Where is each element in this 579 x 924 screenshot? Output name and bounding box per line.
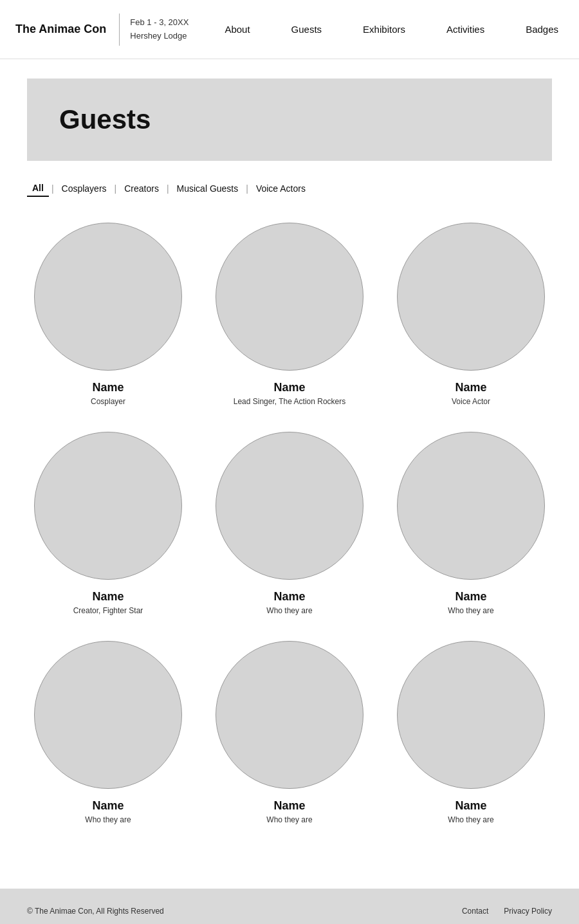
guest-avatar [216,223,363,371]
guest-role: Voice Actor [452,397,490,406]
guest-role: Lead Singer, The Action Rockers [234,397,346,406]
guest-card[interactable]: NameWho they are [27,641,189,824]
guest-name: Name [455,381,486,394]
nav-activities[interactable]: Activities [441,21,490,37]
guest-name: Name [92,799,124,813]
guests-grid: NameCosplayerNameLead Singer, The Action… [0,216,579,863]
guest-name: Name [455,799,486,813]
event-date: Feb 1 - 3, 20XX [130,16,188,30]
guest-avatar [216,432,363,580]
guest-name: Name [273,799,305,813]
filter-all[interactable]: All [27,180,49,197]
filter-bar: All | Cosplayers | Creators | Musical Gu… [0,180,579,197]
guest-avatar [34,641,182,789]
guest-role: Who they are [448,606,493,615]
header: The Animae Con Feb 1 - 3, 20XX Hershey L… [0,0,579,59]
guest-avatar [34,432,182,580]
filter-voice-actors[interactable]: Voice Actors [251,181,311,196]
guest-card[interactable]: NameVoice Actor [390,223,552,406]
footer-contact[interactable]: Contact [462,907,488,916]
nav-guests[interactable]: Guests [286,21,327,37]
guest-avatar [397,223,545,371]
main-nav: About Guests Exhibitors Activities Badge… [204,21,579,37]
guest-role: Who they are [266,815,312,824]
guest-card[interactable]: NameWho they are [390,641,552,824]
guest-name: Name [273,381,305,394]
footer: © The Animae Con, All Rights Reserved Co… [0,889,579,924]
guest-card[interactable]: NameLead Singer, The Action Rockers [208,223,371,406]
guest-avatar [34,223,182,371]
hero-section: Guests [27,79,552,161]
guest-name: Name [455,590,486,604]
guest-card[interactable]: NameWho they are [390,432,552,615]
guest-avatar [397,432,545,580]
guest-name: Name [92,590,124,604]
guest-name: Name [92,381,124,394]
filter-sep-2: | [112,183,120,194]
guest-card[interactable]: NameWho they are [208,641,371,824]
guest-avatar [216,641,363,789]
guest-name: Name [273,590,305,604]
guest-card[interactable]: NameCosplayer [27,223,189,406]
filter-creators[interactable]: Creators [119,181,164,196]
footer-copyright: © The Animae Con, All Rights Reserved [27,907,164,916]
guest-role: Creator, Fighter Star [73,606,143,615]
page-title: Guests [59,104,520,135]
nav-badges[interactable]: Badges [520,21,564,37]
filter-sep-3: | [164,183,172,194]
guest-card[interactable]: NameCreator, Fighter Star [27,432,189,615]
header-divider [119,14,120,46]
filter-sep-4: | [243,183,251,194]
guest-avatar [397,641,545,789]
logo: The Animae Con [15,23,106,37]
event-venue: Hershey Lodge [130,30,188,43]
guest-card[interactable]: NameWho they are [208,432,371,615]
footer-privacy-policy[interactable]: Privacy Policy [504,907,552,916]
guest-role: Who they are [85,815,131,824]
nav-exhibitors[interactable]: Exhibitors [358,21,410,37]
guest-role: Who they are [448,815,493,824]
nav-about[interactable]: About [219,21,255,37]
guest-role: Who they are [266,606,312,615]
filter-cosplayers[interactable]: Cosplayers [57,181,112,196]
event-info: Feb 1 - 3, 20XX Hershey Lodge [130,16,188,43]
guest-role: Cosplayer [91,397,125,406]
logo-section: The Animae Con Feb 1 - 3, 20XX Hershey L… [0,14,204,46]
filter-sep-1: | [49,183,57,194]
footer-links: Contact Privacy Policy [462,907,552,916]
filter-musical-guests[interactable]: Musical Guests [172,181,244,196]
